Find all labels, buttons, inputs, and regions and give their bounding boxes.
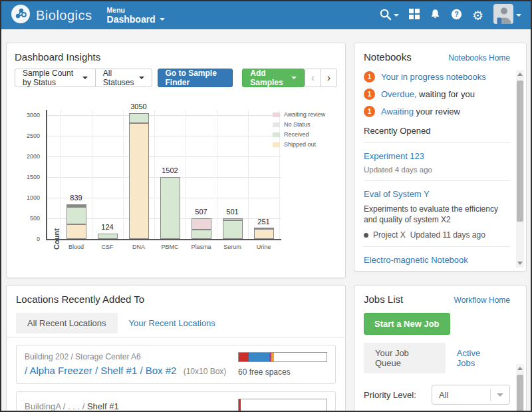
- bar-segment[interactable]: [223, 220, 243, 239]
- location-path-link[interactable]: / Alpha Freezer / Shelf #1 / Box #2: [25, 365, 176, 376]
- chevron-down-icon: [291, 77, 297, 79]
- y-axis-tick: 2500: [7, 132, 40, 139]
- notebooks-scrollbar[interactable]: [516, 70, 524, 268]
- settings-button[interactable]: ⚙: [472, 9, 483, 22]
- location-name[interactable]: Shelf #1: [87, 401, 119, 411]
- x-axis-tick: PBMC: [154, 244, 186, 250]
- tab-your-recent-locations[interactable]: Your Recent Locations: [118, 313, 227, 333]
- chart-band: 3050DNA: [123, 110, 154, 239]
- alert-in-progress[interactable]: 1 Your in progress notebooks: [364, 71, 510, 83]
- alert-awaiting-review[interactable]: 1 Awaiting your review: [364, 106, 510, 117]
- chart-band: 501Serum: [217, 110, 248, 239]
- y-axis-tick: 3000: [7, 112, 40, 118]
- chart-selector-dropdown[interactable]: Sample Count by Status: [15, 69, 96, 87]
- legend-label: Received: [284, 131, 309, 138]
- tab-all-recent-locations[interactable]: All Recent Locations: [16, 313, 118, 333]
- notebooks-panel: Notebooks Notebooks Home 1 Your in progr…: [354, 43, 527, 272]
- legend-swatch: [273, 132, 280, 137]
- scroll-up-icon[interactable]: [517, 73, 523, 76]
- bar-segment[interactable]: [66, 204, 86, 206]
- prev-chart-button[interactable]: ‹: [305, 69, 321, 87]
- help-button[interactable]: ?: [451, 9, 462, 23]
- chart-band: 1502PBMC: [154, 110, 186, 239]
- dashboard-insights-panel: Dashboard Insights Sample Count by Statu…: [6, 43, 346, 278]
- search-button[interactable]: [379, 8, 399, 23]
- tab-active-jobs[interactable]: Active Jobs: [446, 343, 510, 373]
- notebook-item: Eval of System Y Experiments to evaluate…: [364, 180, 510, 240]
- chart-control-group: Sample Count by Status All Statuses: [15, 69, 152, 87]
- legend-swatch: [273, 142, 280, 147]
- y-axis-tick: 500: [7, 215, 40, 222]
- project-dot-icon: [364, 233, 368, 238]
- notebook-item: Experiment 123 Updated 4 days ago: [364, 142, 510, 174]
- bar-segment[interactable]: [192, 218, 211, 230]
- bar-segment[interactable]: [66, 224, 86, 239]
- notebook-link[interactable]: Electro-magnetic Notebook: [364, 255, 468, 265]
- alert-overdue[interactable]: 1 Overdue, waiting for you: [364, 89, 510, 100]
- notebook-link[interactable]: Eval of System Y: [364, 189, 430, 199]
- bar-segment[interactable]: [66, 206, 86, 207]
- insights-title: Dashboard Insights: [15, 51, 337, 63]
- workflow-home-link[interactable]: Workflow Home: [454, 296, 510, 305]
- jobs-panel: Jobs List Workflow Home Start a New Job …: [354, 285, 527, 412]
- next-chart-button[interactable]: ›: [321, 69, 337, 87]
- avatar: [493, 4, 513, 27]
- legend-label: No Status: [284, 121, 311, 128]
- gear-icon: ⚙: [472, 9, 483, 22]
- x-axis-tick: Blood: [61, 244, 92, 250]
- tabs-divider: [7, 333, 345, 337]
- notebook-updated: Updated 4 days ago: [364, 166, 510, 174]
- capacity-segment: [239, 353, 249, 361]
- bar-segment[interactable]: [223, 218, 243, 220]
- capacity-segment: [239, 399, 241, 412]
- scroll-up-icon[interactable]: [517, 367, 523, 370]
- chart-band: 124CSF: [92, 110, 123, 239]
- notifications-button[interactable]: [430, 8, 441, 23]
- notebooks-home-link[interactable]: Notebooks Home: [448, 53, 510, 63]
- sample-finder-button[interactable]: Go to Sample Finder: [158, 69, 233, 87]
- notebook-description: Experiments to evaluate the efficiency a…: [364, 204, 510, 225]
- bar-segment[interactable]: [66, 207, 86, 224]
- bar-segment[interactable]: [254, 229, 274, 239]
- x-axis-tick: DNA: [123, 244, 154, 250]
- chevron-down-icon: [139, 77, 144, 79]
- chevron-down-icon: [82, 77, 88, 79]
- y-axis-tick: 1500: [7, 174, 40, 180]
- product-menu-button[interactable]: Menu Dashboard: [107, 6, 165, 25]
- chevron-down-icon: [160, 18, 165, 21]
- bar-segment[interactable]: [192, 230, 211, 239]
- scrollbar-thumb[interactable]: [517, 81, 523, 222]
- bar-segment[interactable]: [254, 228, 274, 229]
- x-axis-tick: Urine: [248, 244, 279, 250]
- recently-opened-heading: Recently Opened: [364, 126, 510, 136]
- legend-label: Shipped out: [284, 141, 316, 148]
- tab-your-job-queue[interactable]: Your Job Queue: [364, 343, 446, 373]
- legend-row: Awaiting review: [273, 111, 325, 118]
- location-breadcrumb: Building 202 / Storage Center A6: [25, 352, 226, 361]
- chevron-down-icon: [516, 14, 521, 17]
- chart-band: 839Blood: [61, 110, 92, 239]
- user-menu-button[interactable]: [493, 4, 521, 27]
- locations-tabs: All Recent Locations Your Recent Locatio…: [16, 313, 336, 333]
- chart-band: 507Plasma: [186, 110, 217, 239]
- bar-segment[interactable]: [129, 113, 149, 123]
- jobs-scrollbar[interactable]: [516, 364, 524, 412]
- apps-menu-button[interactable]: [409, 9, 420, 22]
- bar-value-label: 1502: [154, 166, 186, 174]
- y-axis-tick: 0: [7, 236, 40, 242]
- capacity-bar: [238, 352, 327, 362]
- notebook-link[interactable]: Experiment 123: [364, 151, 424, 161]
- bar-segment[interactable]: [98, 234, 118, 239]
- status-filter-dropdown[interactable]: All Statuses: [95, 69, 152, 87]
- notebook-project: MyFirstProject: [373, 271, 424, 272]
- legend-row: Received: [273, 131, 325, 138]
- add-samples-button[interactable]: Add Samples: [242, 69, 305, 87]
- start-new-job-button[interactable]: Start a New Job: [364, 313, 450, 335]
- scrollbar-thumb[interactable]: [517, 375, 523, 412]
- priority-select[interactable]: All: [432, 385, 510, 405]
- app-brand[interactable]: Biologics: [11, 4, 92, 27]
- bar-segment[interactable]: [160, 177, 180, 239]
- scroll-down-icon[interactable]: [517, 262, 523, 265]
- capacity-segment: [249, 353, 270, 361]
- bar-segment[interactable]: [129, 123, 149, 239]
